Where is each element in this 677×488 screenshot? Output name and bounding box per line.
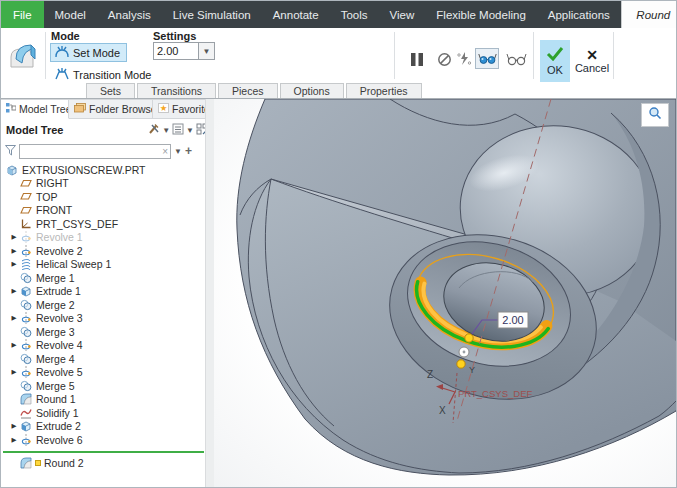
tree-item-revolve-3[interactable]: ▶Revolve 3 — [1, 312, 204, 326]
folder-icon — [74, 103, 86, 115]
expand-arrow-icon[interactable]: ▶ — [9, 233, 19, 241]
tree-item-revolve-1[interactable]: ▶Revolve 1 — [1, 231, 204, 245]
dashboard-tab-transitions[interactable]: Transitions — [137, 83, 216, 98]
transition-mode-button[interactable]: Transition Mode — [50, 65, 158, 84]
tree-filter-input[interactable] — [20, 145, 154, 157]
dashboard-tab-properties[interactable]: Properties — [346, 83, 422, 98]
insert-indicator-line[interactable] — [3, 451, 204, 453]
transition-mode-icon — [55, 68, 69, 82]
dimension-value[interactable]: 2.00 — [502, 314, 523, 326]
chevron-down-icon[interactable]: ▼ — [186, 126, 194, 135]
tree-item-revolve-2[interactable]: ▶Revolve 2 — [1, 244, 204, 258]
expand-arrow-icon[interactable]: ▶ — [9, 422, 19, 430]
transition-mode-label: Transition Mode — [73, 69, 151, 81]
tree-item-round-1[interactable]: Round 1 — [1, 393, 204, 407]
dashboard-tab-pieces[interactable]: Pieces — [218, 83, 278, 98]
tree-item-prt-csys-def[interactable]: PRT_CSYS_DEF — [1, 217, 204, 231]
cancel-button[interactable]: ✕ Cancel — [572, 40, 612, 82]
menu-item-live-simulation[interactable]: Live Simulation — [162, 1, 262, 28]
zoom-magnifier-icon — [648, 106, 662, 124]
pause-icon[interactable] — [406, 48, 428, 70]
expand-arrow-icon[interactable]: ▶ — [9, 341, 19, 349]
no-preview-icon[interactable] — [434, 48, 454, 70]
tree-item-merge-4[interactable]: Merge 4 — [1, 352, 204, 366]
ribbon-separator — [613, 32, 614, 79]
model-tree-title: Model Tree — [6, 124, 63, 136]
dashboard-tab-sets[interactable]: Sets — [86, 83, 135, 98]
expand-arrow-icon[interactable]: ▶ — [9, 287, 19, 295]
ribbon-separator — [533, 32, 534, 79]
radius-input[interactable] — [153, 42, 199, 60]
add-filter-icon[interactable]: + — [185, 144, 192, 158]
verify-flash-icon[interactable] — [454, 48, 474, 70]
tree-scrollbar[interactable] — [205, 99, 214, 488]
preview-attached-icon[interactable] — [475, 48, 499, 69]
tree-item-front[interactable]: FRONT — [1, 204, 204, 218]
expand-arrow-icon[interactable]: ▶ — [9, 368, 19, 376]
tree-item-revolve-6[interactable]: ▶Revolve 6 — [1, 433, 204, 447]
tree-item-right[interactable]: RIGHT — [1, 177, 204, 191]
dashboard-tab-options[interactable]: Options — [280, 83, 344, 98]
expand-arrow-icon[interactable]: ▶ — [9, 247, 19, 255]
tree-item-merge-5[interactable]: Merge 5 — [1, 379, 204, 393]
axis-x-label: X — [439, 405, 446, 416]
csys-name-label: PRT_CSYS_DEF — [458, 388, 532, 399]
tree-item-merge-2[interactable]: Merge 2 — [1, 298, 204, 312]
tree-filter-row: × ▼ + — [1, 141, 214, 161]
chevron-down-icon[interactable]: ▼ — [162, 126, 170, 135]
tree-item-extrusionscrew-prt[interactable]: EXTRUSIONSCREW.PRT — [1, 163, 204, 177]
menu-item-applications[interactable]: Applications — [537, 1, 621, 28]
preview-glasses-icon[interactable] — [503, 48, 529, 70]
helical-feature-icon — [19, 258, 33, 270]
tree-item-label: Merge 4 — [33, 353, 75, 365]
menu-item-flexible-modeling[interactable]: Flexible Modeling — [425, 1, 537, 28]
expand-arrow-icon[interactable]: ▶ — [9, 436, 19, 444]
merge-feature-icon — [19, 353, 33, 365]
menu-item-analysis[interactable]: Analysis — [97, 1, 162, 28]
tree-item-extrude-2[interactable]: ▶Extrude 2 — [1, 420, 204, 434]
round-feature-icon — [19, 457, 33, 469]
tree-item-revolve-4[interactable]: ▶Revolve 4 — [1, 339, 204, 353]
tree-item-solidify-1[interactable]: Solidify 1 — [1, 406, 204, 420]
merge-feature-icon — [19, 299, 33, 311]
tree-item-label: TOP — [33, 191, 57, 203]
set-mode-button[interactable]: Set Mode — [50, 43, 127, 62]
menu-item-file[interactable]: File — [1, 1, 44, 28]
menu-item-view[interactable]: View — [379, 1, 426, 28]
ok-label: OK — [547, 64, 563, 76]
radius-drag-handle[interactable] — [465, 334, 473, 342]
tree-item-helical-sweep-1[interactable]: ▶Helical Sweep 1 — [1, 258, 204, 272]
menu-item-annotate[interactable]: Annotate — [262, 1, 330, 28]
radius-drag-handle[interactable] — [457, 360, 465, 368]
tree-item-label: Merge 5 — [33, 380, 75, 392]
tab-model-tree[interactable]: Model Tree — [1, 99, 69, 119]
chevron-down-icon: ▼ — [203, 47, 211, 56]
tab-folder-browser[interactable]: Folder Browse — [69, 99, 153, 119]
tree-item-label: Revolve 6 — [33, 434, 83, 446]
radius-dropdown-button[interactable]: ▼ — [199, 42, 215, 60]
menu-item-tools[interactable]: Tools — [330, 1, 379, 28]
clear-filter-icon[interactable]: × — [162, 146, 168, 157]
tree-list-icon[interactable] — [172, 121, 184, 139]
revolve-feature-icon — [19, 339, 33, 351]
tree-tools-icon[interactable] — [148, 121, 160, 139]
tree-item-top[interactable]: TOP — [1, 190, 204, 204]
graphics-viewport[interactable]: Z X Y PRT_CSYS_DEF 2.00 — [214, 99, 677, 488]
ok-button[interactable]: OK — [540, 40, 570, 82]
filter-funnel-icon[interactable] — [5, 142, 16, 160]
chevron-down-icon[interactable]: ▼ — [174, 147, 182, 156]
context-tab-round[interactable]: Round — [621, 1, 677, 28]
ribbon-separator — [394, 32, 395, 79]
menu-item-model[interactable]: Model — [44, 1, 97, 28]
tree-item-label: EXTRUSIONSCREW.PRT — [19, 164, 146, 176]
sidebar-tabs: Model Tree Folder Browse ★ Favorites — [1, 99, 214, 119]
expand-arrow-icon[interactable]: ▶ — [9, 260, 19, 268]
zoom-magnifier-button[interactable] — [641, 103, 669, 127]
tree-item-merge-1[interactable]: Merge 1 — [1, 271, 204, 285]
expand-arrow-icon[interactable]: ▶ — [9, 314, 19, 322]
tree-item-merge-3[interactable]: Merge 3 — [1, 325, 204, 339]
tree-item-revolve-5[interactable]: ▶Revolve 5 — [1, 366, 204, 380]
tree-item-extrude-1[interactable]: ▶Extrude 1 — [1, 285, 204, 299]
model-geometry[interactable] — [237, 99, 676, 475]
tree-item-round-2[interactable]: Round 2 — [1, 457, 204, 471]
